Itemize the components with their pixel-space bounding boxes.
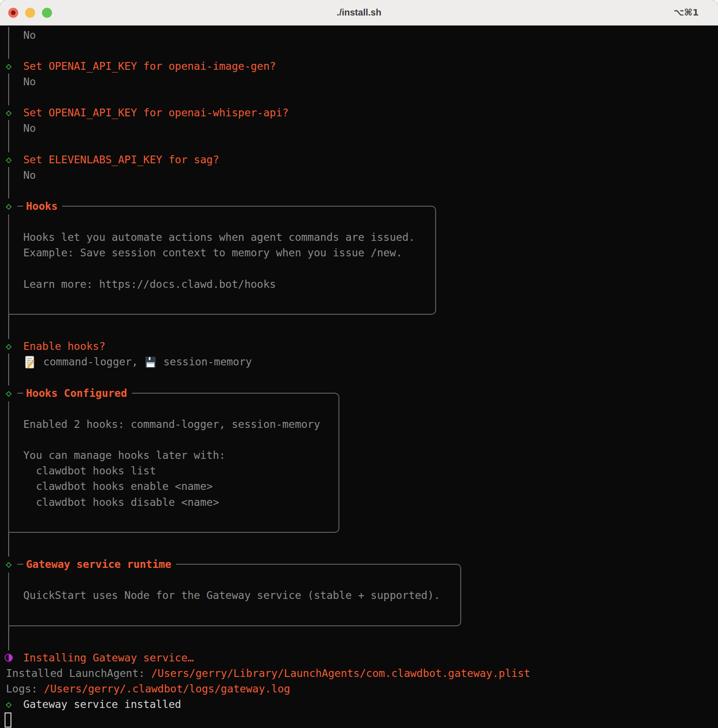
terminal-row [0, 323, 718, 339]
step-diamond-icon: ◇ [6, 389, 12, 398]
terminal-window: ./install.sh ⌥⌘1 No◇Set OPENAI_API_KEY f… [0, 0, 718, 728]
terminal-text: No [23, 120, 36, 136]
terminal-row [0, 401, 718, 417]
step-diamond-icon: ◇ [6, 342, 12, 351]
title-bar: ./install.sh ⌥⌘1 [0, 0, 718, 26]
step-diamond-icon: ◇ [6, 560, 12, 569]
terminal-cursor [5, 712, 11, 728]
terminal-text: Gateway service installed [23, 697, 181, 712]
terminal-row: clawdbot hooks disable <name> [0, 494, 718, 510]
terminal-text: Logs: [6, 681, 44, 697]
terminal-text: Example: Save session context to memory … [23, 245, 402, 261]
terminal-text: clawdbot hooks list [23, 463, 156, 479]
terminal-row: Hooks let you automate actions when agen… [0, 229, 718, 245]
terminal-row: Example: Save session context to memory … [0, 245, 718, 261]
terminal-row [0, 634, 718, 650]
terminal-row [0, 525, 718, 541]
terminal-text: No [23, 167, 36, 183]
terminal-row: You can manage hooks later with: [0, 447, 718, 463]
terminal-text: Enable hooks? [23, 338, 105, 354]
terminal-row: Logs: /Users/gerry/.clawdbot/logs/gatewa… [0, 681, 718, 697]
terminal-row [0, 603, 718, 619]
terminal-row: ◇Enable hooks? [0, 338, 718, 354]
terminal-row: ◇Set OPENAI_API_KEY for openai-whisper-a… [0, 105, 718, 121]
terminal-row: No [0, 74, 718, 90]
terminal-row [0, 183, 718, 199]
terminal-text: Set OPENAI_API_KEY for openai-whisper-ap… [23, 105, 289, 121]
terminal-row [0, 432, 718, 448]
terminal-text: Hooks Configured [26, 385, 127, 401]
terminal-text: Hooks [26, 198, 57, 214]
terminal-row [0, 214, 718, 230]
window-title: ./install.sh [0, 0, 718, 25]
floppy-icon [145, 356, 156, 369]
terminal-text: Installing Gateway service… [23, 650, 194, 666]
terminal-row: ◇Hooks Configured [0, 385, 718, 401]
terminal-text: Enabled 2 hooks: command-logger, session… [23, 416, 320, 432]
terminal-row: ◇Set OPENAI_API_KEY for openai-image-gen… [0, 58, 718, 74]
terminal-row: Learn more: https://docs.clawd.bot/hooks [0, 276, 718, 292]
terminal-row [0, 619, 718, 635]
terminal-row [0, 307, 718, 323]
step-diamond-icon: ◇ [6, 62, 12, 71]
terminal-text: Set ELEVENLABS_API_KEY for sag? [23, 152, 219, 168]
terminal-text: QuickStart uses Node for the Gateway ser… [23, 588, 440, 603]
terminal-row [0, 541, 718, 557]
terminal-row [0, 369, 718, 385]
terminal-row [0, 89, 718, 105]
terminal-row: Installed LaunchAgent: /Users/gerry/Libr… [0, 666, 718, 681]
terminal-screen[interactable]: No◇Set OPENAI_API_KEY for openai-image-g… [0, 26, 718, 728]
terminal-row: ◇Hooks [0, 198, 718, 214]
step-diamond-icon: ◇ [6, 108, 12, 118]
terminal-row: No [0, 167, 718, 183]
terminal-row: command-logger, session-memory [0, 354, 718, 370]
terminal-row [0, 510, 718, 526]
terminal-row [0, 136, 718, 152]
step-diamond-icon: ◇ [6, 202, 12, 211]
terminal-text: Set OPENAI_API_KEY for openai-image-gen? [23, 58, 276, 74]
terminal-text: clawdbot hooks enable <name> [23, 478, 213, 494]
terminal-text: Gateway service runtime [26, 556, 172, 572]
progress-spinner-icon [5, 654, 13, 662]
terminal-row: Installing Gateway service… [0, 650, 718, 666]
terminal-row: ◇Gateway service runtime [0, 556, 718, 572]
terminal-text: No [23, 27, 36, 43]
terminal-row [0, 43, 718, 59]
terminal-row [0, 261, 718, 277]
terminal-row: No [0, 27, 718, 43]
terminal-text: Hooks let you automate actions when agen… [23, 229, 415, 245]
terminal-text: command-logger, [37, 354, 144, 370]
terminal-row: No [0, 120, 718, 136]
terminal-text: /Users/gerry/.clawdbot/logs/gateway.log [44, 681, 290, 697]
terminal-row: Enabled 2 hooks: command-logger, session… [0, 416, 718, 432]
terminal-text: Learn more: https://docs.clawd.bot/hooks [23, 276, 276, 292]
terminal-text: /Users/gerry/Library/LaunchAgents/com.cl… [151, 666, 531, 681]
terminal-row [0, 712, 718, 728]
terminal-row: ◇Set ELEVENLABS_API_KEY for sag? [0, 152, 718, 168]
terminal-text: session-memory [157, 354, 252, 370]
terminal-row [0, 572, 718, 588]
memo-icon [24, 355, 36, 369]
terminal-row: ◇Gateway service installed [0, 697, 718, 712]
terminal-text: You can manage hooks later with: [23, 447, 225, 463]
terminal-row: clawdbot hooks list [0, 463, 718, 479]
terminal-text: clawdbot hooks disable <name> [23, 494, 219, 510]
terminal-row: clawdbot hooks enable <name> [0, 478, 718, 494]
terminal-text: Installed LaunchAgent: [6, 666, 151, 681]
terminal-row: QuickStart uses Node for the Gateway ser… [0, 588, 718, 603]
terminal-row [0, 292, 718, 308]
terminal-text: No [23, 74, 36, 90]
step-diamond-icon: ◇ [6, 700, 12, 709]
window-shortcut-badge: ⌥⌘1 [673, 0, 699, 25]
step-diamond-icon: ◇ [6, 155, 12, 165]
